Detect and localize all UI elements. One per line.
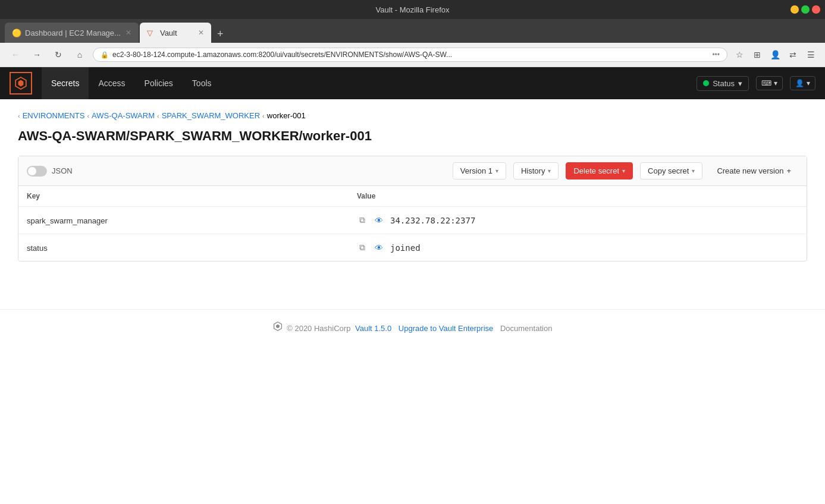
footer-logo bbox=[273, 322, 283, 331]
key-cell-1: status bbox=[27, 244, 48, 253]
reveal-value-button-0[interactable]: 👁 bbox=[372, 215, 385, 226]
svg-marker-1 bbox=[18, 80, 24, 87]
footer-copyright: © 2020 HashiCorp bbox=[287, 324, 350, 333]
version-button[interactable]: Version 1 ▾ bbox=[453, 162, 506, 179]
user-icon: 👤 bbox=[795, 79, 804, 87]
tab-bar: 🟡 Dashboard | EC2 Manage... ✕ ▽ Vault ✕ … bbox=[0, 19, 825, 43]
user-menu-button[interactable]: 👤 ▾ bbox=[790, 76, 815, 90]
status-indicator bbox=[703, 80, 709, 86]
breadcrumb-spark-swarm-worker[interactable]: SPARK_SWARM_WORKER bbox=[162, 111, 260, 120]
documentation-link[interactable]: Documentation bbox=[500, 324, 552, 333]
window-controls bbox=[791, 5, 820, 14]
console-button[interactable]: ⌨ ▾ bbox=[756, 76, 783, 90]
user-chevron: ▾ bbox=[807, 79, 810, 87]
breadcrumb-sep-2: ‹ bbox=[157, 112, 159, 119]
delete-label: Delete secret bbox=[573, 166, 619, 175]
version-label: Version 1 bbox=[460, 166, 493, 175]
footer: © 2020 HashiCorp Vault 1.5.0 Upgrade to … bbox=[0, 309, 825, 345]
copy-label: Copy secret bbox=[648, 166, 689, 175]
breadcrumb-environments[interactable]: ENVIRONMENTS bbox=[23, 111, 85, 120]
page-title: AWS-QA-SWARM/SPARK_SWARM_WORKER/worker-0… bbox=[18, 128, 807, 144]
breadcrumb: ‹ ENVIRONMENTS ‹ AWS-QA-SWARM ‹ SPARK_SW… bbox=[18, 111, 807, 120]
secret-table: Key Value spark_swarm_manager ⧉ 👁 bbox=[18, 186, 807, 261]
key-cell-0: spark_swarm_manager bbox=[27, 216, 108, 225]
value-cell-1: ⧉ 👁 joined bbox=[357, 241, 798, 254]
nav-extras: ☆ ⊞ 👤 ⇄ ☰ bbox=[732, 48, 818, 62]
nav-link-access[interactable]: Access bbox=[89, 67, 134, 99]
copy-value-button-0[interactable]: ⧉ bbox=[357, 214, 368, 226]
sync-icon[interactable]: ⇄ bbox=[786, 48, 800, 62]
table-header-row: Key Value bbox=[18, 186, 807, 207]
copy-icon-1: ⧉ bbox=[359, 242, 365, 252]
tab-close-dashboard[interactable]: ✕ bbox=[126, 29, 131, 37]
status-chevron: ▾ bbox=[738, 79, 742, 88]
nav-link-policies[interactable]: Policies bbox=[135, 67, 183, 99]
upgrade-link[interactable]: Upgrade to Vault Enterprise bbox=[399, 324, 493, 333]
history-chevron: ▾ bbox=[548, 168, 551, 174]
table-row: status ⧉ 👁 joined bbox=[18, 234, 807, 262]
menu-icon[interactable]: ☰ bbox=[804, 48, 818, 62]
maximize-button[interactable] bbox=[801, 5, 810, 14]
tab-label-dashboard: Dashboard | EC2 Manage... bbox=[25, 29, 121, 37]
profile-icon[interactable]: 👤 bbox=[768, 48, 782, 62]
bookmark-icon[interactable]: ☆ bbox=[732, 48, 746, 62]
vault-logo-icon bbox=[14, 77, 27, 90]
console-icon: ⌨ bbox=[761, 79, 771, 87]
nav-link-secrets[interactable]: Secrets bbox=[42, 67, 89, 99]
history-label: History bbox=[521, 166, 545, 175]
forward-button[interactable]: → bbox=[29, 46, 45, 63]
value-text-1: joined bbox=[390, 243, 421, 253]
delete-secret-button[interactable]: Delete secret ▾ bbox=[566, 162, 633, 179]
nav-right: Status ▾ ⌨ ▾ 👤 ▾ bbox=[697, 76, 815, 91]
breadcrumb-aws-qa-swarm[interactable]: AWS-QA-SWARM bbox=[92, 111, 155, 120]
new-tab-button[interactable]: + bbox=[212, 26, 228, 43]
url-bar[interactable]: 🔒 ec2-3-80-18-124.compute-1.amazonaws.co… bbox=[93, 48, 727, 62]
back-button[interactable]: ← bbox=[7, 46, 24, 63]
copy-secret-button[interactable]: Copy secret ▾ bbox=[640, 162, 702, 179]
tab-dashboard[interactable]: 🟡 Dashboard | EC2 Manage... ✕ bbox=[5, 23, 139, 43]
create-label: Create new version bbox=[717, 166, 783, 175]
vault-version-link[interactable]: Vault 1.5.0 bbox=[355, 324, 391, 333]
app-nav-links: Secrets Access Policies Tools bbox=[42, 67, 221, 99]
status-button[interactable]: Status ▾ bbox=[697, 76, 749, 91]
close-button[interactable] bbox=[812, 5, 820, 14]
eye-icon-1: 👁 bbox=[375, 243, 383, 253]
json-label: JSON bbox=[52, 166, 73, 175]
home-button[interactable]: ⌂ bbox=[71, 46, 88, 63]
tab-favicon-dashboard: 🟡 bbox=[12, 29, 20, 37]
breadcrumb-sep-3: ‹ bbox=[262, 112, 265, 119]
json-toggle-switch[interactable] bbox=[27, 166, 47, 177]
app-logo bbox=[10, 72, 32, 94]
tab-favicon-vault: ▽ bbox=[147, 29, 155, 37]
create-version-button[interactable]: Create new version + bbox=[710, 163, 798, 179]
table-row: spark_swarm_manager ⧉ 👁 34.232.78.22:237… bbox=[18, 207, 807, 234]
json-toggle: JSON bbox=[27, 166, 73, 177]
breadcrumb-sep-0: ‹ bbox=[18, 112, 20, 119]
copy-icon-0: ⧉ bbox=[359, 215, 365, 225]
status-label: Status bbox=[713, 79, 735, 88]
nav-link-tools[interactable]: Tools bbox=[183, 67, 221, 99]
reveal-value-button-1[interactable]: 👁 bbox=[372, 242, 385, 254]
tab-close-vault[interactable]: ✕ bbox=[198, 29, 204, 37]
copy-value-button-1[interactable]: ⧉ bbox=[357, 241, 368, 254]
tab-vault[interactable]: ▽ Vault ✕ bbox=[140, 23, 211, 43]
reload-button[interactable]: ↻ bbox=[50, 46, 67, 63]
history-button[interactable]: History ▾ bbox=[513, 162, 559, 179]
hashicorp-logo-icon bbox=[273, 322, 283, 331]
svg-marker-3 bbox=[276, 325, 280, 328]
extensions-icon[interactable]: ⊞ bbox=[750, 48, 764, 62]
col-key: Key bbox=[18, 186, 349, 207]
security-icon: 🔒 bbox=[101, 51, 109, 59]
version-chevron: ▾ bbox=[495, 168, 498, 174]
delete-chevron: ▾ bbox=[622, 168, 625, 174]
app-navigation: Secrets Access Policies Tools Status ▾ ⌨… bbox=[0, 67, 825, 99]
value-text-0: 34.232.78.22:2377 bbox=[390, 216, 475, 225]
secret-panel: JSON Version 1 ▾ History ▾ Delete secret… bbox=[18, 156, 807, 262]
create-icon: + bbox=[786, 166, 791, 175]
minimize-button[interactable] bbox=[791, 5, 799, 14]
tab-label-vault: Vault bbox=[160, 29, 177, 37]
url-more-icon: ••• bbox=[712, 51, 720, 59]
browser-chrome: Vault - Mozilla Firefox 🟡 Dashboard | EC… bbox=[0, 0, 825, 67]
page-content: ‹ ENVIRONMENTS ‹ AWS-QA-SWARM ‹ SPARK_SW… bbox=[0, 99, 825, 273]
breadcrumb-worker-001: worker-001 bbox=[267, 111, 306, 120]
